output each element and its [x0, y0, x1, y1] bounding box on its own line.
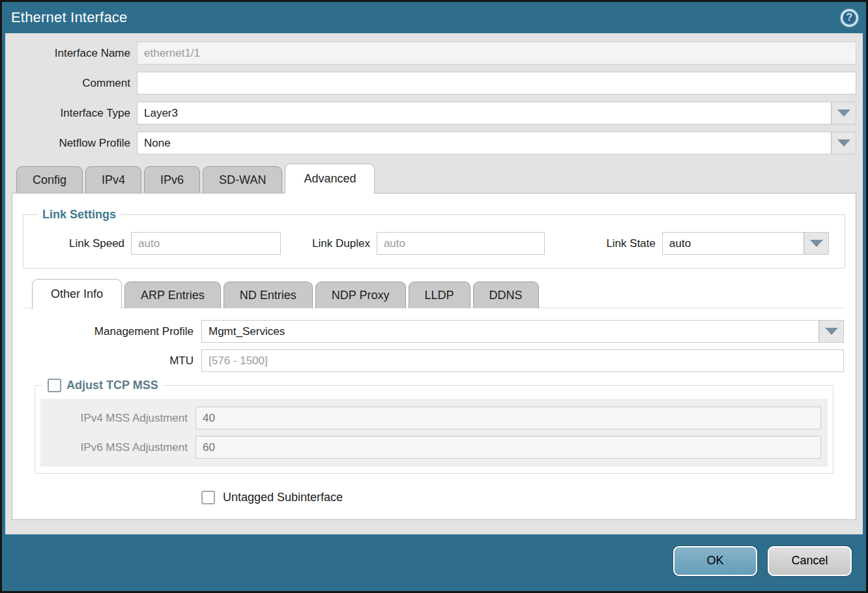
adjust-tcp-mss-fieldset: Adjust TCP MSS IPv4 MSS Adjustment IPv6 … [35, 379, 833, 474]
chevron-down-icon [810, 240, 823, 247]
management-profile-dropdown-button[interactable] [819, 320, 844, 343]
help-icon[interactable]: ? [841, 9, 858, 27]
management-profile-row: Management Profile [24, 320, 844, 343]
mtu-input[interactable] [201, 349, 844, 372]
tab-ddns[interactable]: DDNS [473, 282, 539, 308]
ok-button[interactable]: OK [673, 546, 757, 576]
adjust-tcp-mss-checkbox[interactable] [48, 379, 61, 392]
cancel-button[interactable]: Cancel [768, 546, 852, 576]
ipv6-mss-row: IPv6 MSS Adjustment [40, 436, 828, 459]
management-profile-label: Management Profile [24, 325, 201, 338]
chevron-down-icon [837, 109, 850, 117]
link-settings-fieldset: Link Settings Link Speed Link Duplex Lin… [23, 208, 845, 268]
interface-type-dropdown-button[interactable] [832, 102, 856, 124]
tab-advanced[interactable]: Advanced [285, 164, 375, 194]
untagged-subinterface-label: Untagged Subinterface [223, 491, 343, 504]
interface-name-input [137, 42, 856, 65]
sub-tabstrip: Other Info ARP Entries ND Entries NDP Pr… [23, 279, 845, 308]
mtu-row: MTU [24, 349, 844, 372]
netflow-profile-row: Netflow Profile [12, 132, 856, 154]
ipv4-mss-label: IPv4 MSS Adjustment [40, 412, 195, 425]
interface-type-label: Interface Type [12, 107, 137, 120]
netflow-profile-dropdown-button[interactable] [832, 132, 856, 154]
tab-nd-entries[interactable]: ND Entries [224, 282, 313, 308]
interface-type-row: Interface Type [12, 102, 856, 124]
dialog-body: Interface Name Comment Interface Type [5, 33, 863, 534]
tab-ndp-proxy[interactable]: NDP Proxy [315, 282, 406, 308]
tab-sd-wan[interactable]: SD-WAN [203, 166, 282, 193]
untagged-subinterface-checkbox[interactable] [201, 491, 215, 504]
ipv6-mss-label: IPv6 MSS Adjustment [40, 441, 195, 454]
chevron-down-icon [837, 139, 850, 147]
link-speed-input[interactable] [131, 232, 281, 255]
netflow-profile-label: Netflow Profile [12, 137, 137, 150]
link-duplex-label: Link Duplex [312, 237, 377, 250]
netflow-profile-input[interactable] [137, 132, 832, 154]
main-tabstrip: Config IPv4 IPv6 SD-WAN Advanced [12, 164, 856, 193]
advanced-tab-panel: Link Settings Link Speed Link Duplex Lin… [12, 193, 856, 520]
link-state-input[interactable] [662, 232, 804, 255]
link-settings-legend: Link Settings [38, 208, 121, 222]
dialog-footer: OK Cancel [2, 534, 866, 591]
mtu-label: MTU [24, 354, 201, 368]
link-speed-label: Link Speed [69, 237, 131, 250]
link-state-dropdown-button[interactable] [804, 232, 829, 255]
comment-row: Comment [12, 72, 856, 94]
other-info-panel: Management Profile MTU [23, 308, 845, 504]
tab-ipv6[interactable]: IPv6 [144, 166, 200, 193]
tab-arp-entries[interactable]: ARP Entries [124, 282, 221, 308]
tab-ipv4[interactable]: IPv4 [85, 166, 141, 193]
comment-label: Comment [12, 77, 137, 90]
tab-other-info[interactable]: Other Info [32, 279, 122, 309]
dialog-title: Ethernet Interface [11, 9, 127, 26]
comment-input[interactable] [137, 72, 856, 94]
link-duplex-input[interactable] [377, 232, 545, 255]
mss-disabled-area: IPv4 MSS Adjustment IPv6 MSS Adjustment [40, 399, 828, 467]
interface-type-input[interactable] [137, 102, 832, 124]
tab-lldp[interactable]: LLDP [409, 282, 470, 308]
chevron-down-icon [825, 328, 838, 335]
untagged-subinterface-row: Untagged Subinterface [201, 491, 844, 504]
link-state-label: Link State [606, 237, 662, 250]
ipv6-mss-input [195, 436, 821, 459]
interface-name-label: Interface Name [12, 47, 137, 60]
management-profile-input[interactable] [201, 320, 819, 343]
ethernet-interface-dialog: Ethernet Interface ? Interface Name Comm… [0, 0, 868, 593]
adjust-tcp-mss-label: Adjust TCP MSS [66, 379, 158, 392]
dialog-titlebar: Ethernet Interface ? [2, 2, 866, 33]
tab-config[interactable]: Config [16, 166, 83, 193]
ipv4-mss-row: IPv4 MSS Adjustment [40, 407, 828, 429]
adjust-tcp-mss-legend: Adjust TCP MSS [43, 379, 163, 392]
ipv4-mss-input [195, 407, 821, 429]
interface-name-row: Interface Name [12, 42, 856, 65]
